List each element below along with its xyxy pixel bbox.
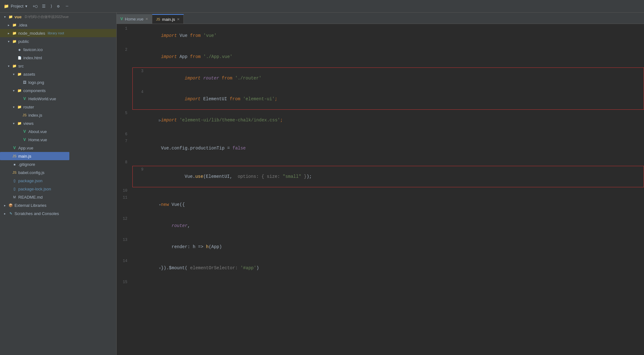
tab-main-close[interactable]: ✕ — [177, 17, 180, 21]
line-content-9: Vue.use(ElementUI, options: { size: "sma… — [148, 166, 644, 187]
sidebar-item-assets[interactable]: 📁 assets — [0, 70, 116, 78]
sidebar-item-external-libs[interactable]: 📦 External Libraries — [0, 201, 116, 209]
folder-icon-views: 📁 — [17, 121, 22, 126]
sidebar-item-home[interactable]: V Home.vue — [0, 136, 116, 144]
sidebar-item-babel[interactable]: JS babel.config.js — [0, 168, 116, 177]
tree-arrow-scratches — [3, 212, 7, 215]
line-num-5: 5 — [117, 110, 132, 117]
sidebar-item-gitignore[interactable]: ■ .gitignore — [0, 160, 116, 168]
ext-libs-label: External Libraries — [15, 203, 46, 208]
folder-icon-src: 📁 — [12, 63, 17, 68]
add-icon[interactable]: +◯ — [32, 4, 38, 9]
index-html-label: index.html — [23, 55, 42, 60]
tab-main-js[interactable]: JS main.js ✕ — [152, 14, 184, 24]
line-content-12: router, — [132, 215, 644, 236]
sidebar-item-about[interactable]: V About.vue — [0, 127, 116, 136]
tree-arrow-idea — [6, 23, 11, 27]
sidebar-item-node-modules[interactable]: 📁 node_modules library root — [0, 29, 116, 37]
sidebar-item-app-vue[interactable]: V App.vue — [0, 144, 116, 152]
tab-home-vue[interactable]: V Home.vue ✕ — [117, 14, 152, 24]
folder-icon-public: 📁 — [12, 39, 17, 44]
md-icon: M — [12, 195, 17, 200]
tab-vue-icon: V — [120, 17, 123, 21]
ico-icon: ◆ — [17, 47, 22, 52]
js-icon-babel: JS — [12, 170, 17, 175]
tree-arrow-router — [11, 105, 16, 109]
toolbar-icons: +◯ ☰ ⟩ ⚙ — — [32, 4, 68, 9]
idea-label: .idea — [18, 23, 27, 27]
line-content-11: ▿new Vue({ — [132, 194, 644, 215]
code-line-9: 9 Vue.use(ElementUI, options: { size: "s… — [133, 166, 644, 187]
code-line-7: 7 Vue.config.productionTip = false — [117, 138, 644, 159]
sidebar-item-router-index[interactable]: JS index.js — [0, 111, 116, 119]
vue-icon-helloworld: V — [22, 96, 27, 101]
sidebar-item-views[interactable]: 📁 views — [0, 119, 116, 127]
line-content-15 — [132, 279, 644, 286]
favicon-label: favicon.ico — [23, 47, 43, 52]
code-line-2: 2 import App from './App.vue' — [117, 46, 644, 67]
package-lock-label: package-lock.json — [18, 187, 51, 191]
sidebar-item-main-js[interactable]: JS main.js — [0, 152, 69, 160]
sidebar-item-index-html[interactable]: 📄 index.html — [0, 54, 116, 62]
tree-arrow-node-modules — [6, 32, 11, 35]
line-content-4: import ElementUI from 'element-ui'; — [148, 89, 644, 109]
project-label: Project — [11, 4, 23, 9]
editor-area: V Home.vue ✕ JS main.js ✕ 1 import Vue f… — [117, 13, 644, 355]
sidebar-item-idea[interactable]: 📁 .idea — [0, 21, 116, 29]
app-vue-label: App.vue — [18, 146, 33, 150]
highlight-box-2: 9 Vue.use(ElementUI, options: { size: "s… — [132, 166, 644, 187]
main-js-label: main.js — [18, 154, 31, 159]
sidebar-item-helloworld[interactable]: V HelloWorld.vue — [0, 95, 116, 103]
line-num-8: 8 — [117, 159, 132, 166]
babel-label: babel.config.js — [18, 170, 44, 175]
line-content-5: ▷import 'element-ui/lib/theme-chalk/inde… — [132, 110, 644, 131]
sidebar-item-readme[interactable]: M README.md — [0, 193, 116, 201]
code-line-4: 4 import ElementUI from 'element-ui'; — [133, 89, 644, 109]
code-line-14: 14 ▿}).$mount( elementOrSelector: '#app'… — [117, 258, 644, 279]
code-line-15: 15 — [117, 279, 644, 286]
code-line-1: 1 import Vue from 'vue' — [117, 25, 644, 46]
collapse-all-icon[interactable]: ☰ — [42, 4, 46, 9]
folder-icon-components: 📁 — [17, 88, 22, 93]
code-editor[interactable]: 1 import Vue from 'vue' 2 import App fro… — [117, 24, 644, 355]
code-line-10: 10 — [117, 187, 644, 194]
folder-icon-node-modules: 📁 — [12, 31, 17, 36]
expand-icon[interactable]: ⟩ — [50, 4, 53, 9]
sidebar-item-public[interactable]: 📁 public — [0, 37, 116, 45]
code-line-8: 8 — [117, 159, 644, 166]
about-label: About.vue — [28, 129, 47, 134]
line-content-1: import Vue from 'vue' — [132, 25, 644, 46]
settings-icon[interactable]: ⚙ — [57, 4, 60, 9]
sidebar-item-vue-root[interactable]: 📁 vue D:\代码\小自做毕设2022\vue — [0, 13, 116, 21]
vue-icon-home: V — [22, 137, 27, 142]
sidebar-item-package-lock[interactable]: {} package-lock.json — [0, 185, 116, 193]
sidebar-item-logo[interactable]: 🖼 logo.png — [0, 78, 116, 86]
line-num-14: 14 — [117, 258, 132, 265]
line-num-12: 12 — [117, 215, 132, 222]
folder-icon-router: 📁 — [17, 104, 22, 109]
sidebar-item-favicon[interactable]: ◆ favicon.ico — [0, 45, 116, 54]
folder-icon: 📁 — [8, 14, 13, 19]
close-icon[interactable]: — — [66, 4, 68, 9]
sidebar-item-router[interactable]: 📁 router — [0, 103, 116, 111]
sidebar-item-src[interactable]: 📁 src — [0, 62, 116, 70]
line-num-1: 1 — [117, 25, 132, 32]
scratches-label: Scratches and Consoles — [15, 211, 59, 216]
dropdown-icon[interactable]: ▾ — [25, 4, 27, 9]
line-content-7: Vue.config.productionTip = false — [132, 138, 644, 159]
project-title: 📁 Project ▾ — [4, 4, 27, 9]
views-label: views — [23, 121, 34, 126]
json-icon-package: {} — [12, 178, 17, 183]
components-label: components — [23, 88, 46, 93]
main-layout: 📁 vue D:\代码\小自做毕设2022\vue 📁 .idea 📁 node… — [0, 13, 644, 355]
sidebar-item-scratches[interactable]: ✎ Scratches and Consoles — [0, 209, 116, 218]
line-num-10: 10 — [117, 187, 132, 194]
line-content-6 — [132, 131, 644, 138]
sidebar-item-package-json[interactable]: {} package.json — [0, 177, 116, 185]
tree-arrow-assets — [11, 73, 16, 76]
sidebar-item-components[interactable]: 📁 components — [0, 86, 116, 95]
line-num-11: 11 — [117, 194, 132, 201]
home-label: Home.vue — [28, 137, 47, 142]
tab-home-close[interactable]: ✕ — [145, 17, 148, 21]
assets-label: assets — [23, 72, 35, 77]
